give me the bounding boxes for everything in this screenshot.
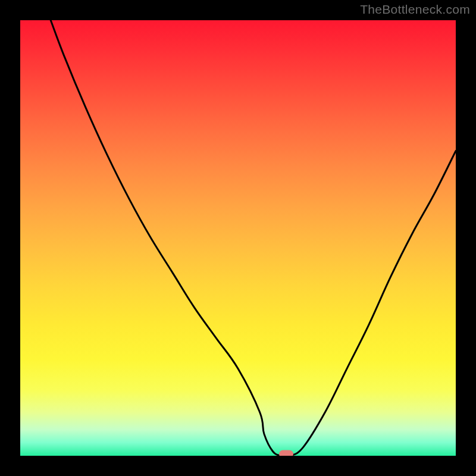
watermark-text: TheBottleneck.com <box>360 2 470 17</box>
minimum-marker <box>279 450 293 456</box>
chart-frame: TheBottleneck.com <box>0 0 476 476</box>
plot-area <box>20 20 456 456</box>
curve-path <box>51 20 456 456</box>
bottleneck-curve <box>20 20 456 456</box>
